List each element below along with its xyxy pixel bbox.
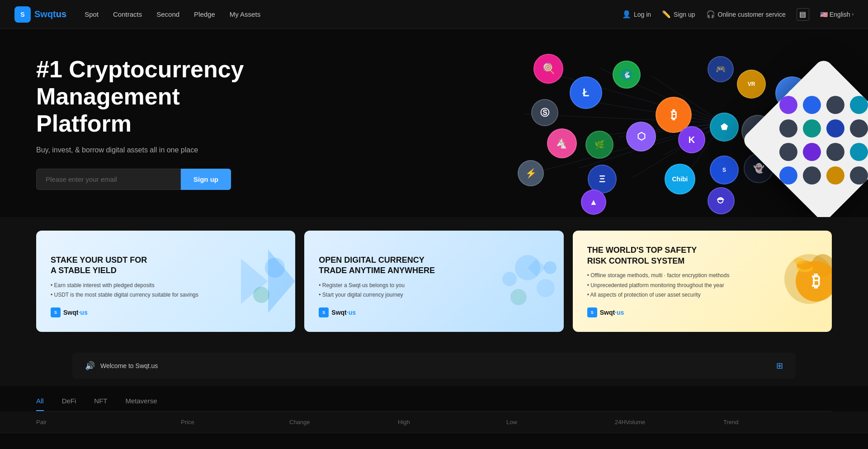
customer-service-button[interactable]: 🎧 Online customer service (706, 10, 786, 19)
card-1-point-2: • USDT is the most stable digital curren… (51, 290, 281, 300)
coin-s: S (710, 156, 739, 184)
coin-unicorn: 🦄 (547, 128, 577, 158)
coin-litecoin: Ł (570, 76, 602, 109)
platform-token (779, 119, 797, 137)
login-button[interactable]: 👤 Log in (622, 10, 651, 19)
card-1-point-1: • Earn stable interest with pledged depo… (51, 281, 281, 291)
email-input[interactable] (36, 169, 181, 190)
hero-title: #1 Cryptocurrency Management Platform (36, 56, 271, 137)
card-2-point-2: • Start your digital currency journey (319, 290, 549, 300)
signup-button[interactable]: ✏️ Sign up (662, 10, 695, 19)
logo-swqt: Swqt (34, 9, 56, 19)
announcement-bar: 🔊 Welcome to Swqt.us ⊞ (72, 353, 796, 379)
user-icon: 👤 (622, 10, 631, 19)
th-price: Price (181, 419, 289, 425)
card-3-logo-text: Swqt·us (600, 309, 624, 316)
logo-text: Swqtus (34, 9, 66, 19)
card-1-title: STAKE YOUR USDT FORA STABLE YIELD (51, 255, 281, 276)
coin-chainlink: ⬡ (626, 122, 656, 151)
notification-button[interactable]: ▤ (797, 8, 809, 21)
coin-green: 🐇 (613, 61, 641, 89)
card-3-point-1: • Offline storage methods, multi · facto… (587, 271, 817, 281)
coin-slash: ⚡ (518, 160, 544, 186)
nav-second[interactable]: Second (156, 10, 179, 18)
logo[interactable]: S Swqtus (14, 6, 66, 23)
market-tabs: All DeFi NFT Metaverse (36, 397, 832, 411)
card-3-point-3: • All aspects of protection of user asse… (587, 290, 817, 300)
market-table-header: Pair Price Change High Low 24HVolume Tre… (0, 411, 868, 433)
th-low: Low (506, 419, 615, 425)
platform-token (803, 143, 821, 161)
tab-metaverse[interactable]: Metaverse (126, 397, 157, 411)
headset-icon: 🎧 (706, 10, 715, 19)
card-3-point-2: • Unprecedented platform monitoring thro… (587, 281, 817, 291)
card-3-points: • Offline storage methods, multi · facto… (587, 271, 817, 300)
platform-token (826, 96, 844, 114)
card-2-point-1: • Register a Swqt·us belongs to you (319, 281, 549, 291)
coin-dark: Ⓢ (531, 99, 558, 126)
hero-section: #1 Cryptocurrency Management Platform Bu… (0, 29, 868, 217)
hero-signup-button[interactable]: Sign up (181, 169, 231, 190)
coin-kava: K (678, 126, 705, 153)
login-label: Log in (634, 11, 651, 18)
platform-token (850, 119, 868, 137)
logo-icon: S (14, 6, 31, 23)
card-2-logo-icon: S (319, 307, 329, 317)
nav-spot[interactable]: Spot (85, 10, 99, 18)
nav-my-assets[interactable]: My Assets (230, 10, 260, 18)
card-2-title: OPEN DIGITAL CURRENCYTRADE ANYTIME ANYWH… (319, 255, 549, 276)
platform-token (803, 96, 821, 114)
hero-content: #1 Cryptocurrency Management Platform Bu… (36, 56, 271, 190)
logo-suffix: us (56, 9, 66, 19)
th-trend: Trend (723, 419, 832, 425)
tab-nft[interactable]: NFT (94, 397, 107, 411)
th-pair: Pair (36, 419, 181, 425)
platform-token (779, 166, 797, 184)
platform-token (826, 166, 844, 184)
tab-defi[interactable]: DeFi (62, 397, 76, 411)
card-2-points: • Register a Swqt·us belongs to you • St… (319, 281, 549, 300)
coin-helmet: ⛑ (708, 187, 735, 214)
announce-text: Welcome to Swqt.us (100, 362, 158, 369)
navbar: S Swqtus Spot Contracts Second Pledge My… (0, 0, 868, 29)
card-2-logo-text: Swqt·us (331, 309, 356, 316)
market-section: All DeFi NFT Metaverse (0, 386, 868, 411)
th-volume: 24HVolume (615, 419, 723, 425)
announce-content: 🔊 Welcome to Swqt.us (85, 361, 158, 371)
card-1-points: • Earn stable interest with pledged depo… (51, 281, 281, 300)
nav-pledge[interactable]: Pledge (194, 10, 215, 18)
platform-token (850, 143, 868, 161)
platform-token (850, 166, 868, 184)
th-high: High (398, 419, 506, 425)
platform-token (850, 96, 868, 114)
bell-icon: ▤ (799, 10, 806, 19)
card-1-logo: S Swqt·us (51, 307, 281, 317)
chevron-right-icon: › (852, 12, 854, 17)
nav-contracts[interactable]: Contracts (113, 10, 142, 18)
svg-text:🐇: 🐇 (623, 71, 631, 79)
card-1-logo-text: Swqt·us (63, 309, 88, 316)
language-button[interactable]: 🇺🇸 English › (820, 11, 854, 18)
platform-token (803, 119, 821, 137)
card-3-logo: S Swqt·us (587, 307, 817, 317)
th-change: Change (289, 419, 398, 425)
hero-cta: Sign up (36, 169, 271, 190)
flag-icon: 🇺🇸 (820, 11, 828, 18)
signup-label: Sign up (674, 11, 695, 18)
coin-pink: 🍭 (533, 54, 563, 84)
nav-links: Spot Contracts Second Pledge My Assets (85, 10, 622, 18)
platform-token (779, 96, 797, 114)
coin-7: ▲ (581, 189, 606, 215)
coin-polkadot: ⬟ (710, 113, 739, 142)
tab-all[interactable]: All (36, 397, 44, 411)
hero-coins-area: 🍭 Ł 🐇 ₿ 🎮 VR ◎ Ⓢ 🦄 🌿 ⬡ K ⬟ ⬡ ⚡ Ξ Chibi S… (461, 29, 868, 217)
card-3-title: THE WORLD'S TOP SAFETYRISK CONTROL SYSTE… (587, 245, 817, 266)
safety-card: ₿ THE WORLD'S TOP SAFETYRISK CONTROL SYS… (573, 231, 832, 332)
card-3-logo-icon: S (587, 307, 597, 317)
platform-token (803, 166, 821, 184)
language-label: English (830, 11, 850, 18)
grid-icon[interactable]: ⊞ (776, 361, 783, 371)
hero-subtitle: Buy, invest, & borrow digital assets all… (36, 146, 271, 154)
customer-service-label: Online customer service (718, 11, 786, 18)
nav-right: 👤 Log in ✏️ Sign up 🎧 Online customer se… (622, 8, 854, 21)
